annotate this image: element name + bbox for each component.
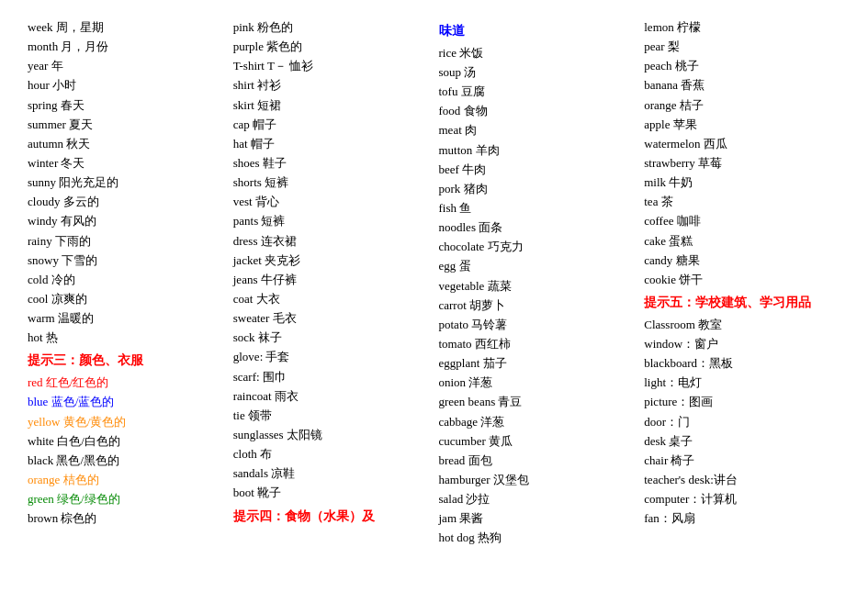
list-item: shoes 鞋子 <box>233 154 430 173</box>
list-item: meat 肉 <box>439 121 636 140</box>
list-item: hot 热 <box>28 329 224 347</box>
list-item: vest 背心 <box>233 193 430 211</box>
list-item: blue 蓝色/蓝色的 <box>28 393 224 411</box>
list-item: shirt 衬衫 <box>233 76 430 95</box>
list-item: coffee 咖啡 <box>644 212 840 230</box>
list-item: chocolate 巧克力 <box>439 238 636 256</box>
list-item: orange 桔色的 <box>28 471 224 489</box>
list-item: year 年 <box>28 57 224 75</box>
column-2: pink 粉色的purple 紫色的T-shirt T－ 恤衫shirt 衬衫s… <box>233 18 430 548</box>
list-item: pork 猪肉 <box>439 180 636 198</box>
list-item: 提示四：食物（水果）及 <box>233 508 430 527</box>
list-item: windy 有风的 <box>28 212 224 230</box>
list-item: cold 冷的 <box>28 271 224 289</box>
list-item: shorts 短裤 <box>233 173 430 192</box>
list-item: mutton 羊肉 <box>439 141 636 160</box>
list-item: brown 棕色的 <box>28 509 224 528</box>
list-item: carrot 胡萝卜 <box>439 296 636 315</box>
list-item: skirt 短裙 <box>233 96 430 115</box>
list-item: autumn 秋天 <box>28 135 224 153</box>
list-item: cookie 饼干 <box>644 271 840 289</box>
list-item: apple 苹果 <box>644 116 840 134</box>
column-4: lemon 柠檬pear 梨peach 桃子banana 香蕉orange 桔子… <box>644 18 840 548</box>
list-item: tea 茶 <box>644 193 840 211</box>
list-item: snowy 下雪的 <box>28 251 224 270</box>
list-item: noodles 面条 <box>439 218 636 237</box>
list-item: jam 果酱 <box>439 509 636 528</box>
list-item: soup 汤 <box>439 63 636 82</box>
list-item: rainy 下雨的 <box>28 232 224 251</box>
list-item: salad 沙拉 <box>439 490 636 508</box>
list-item: hour 小时 <box>28 76 224 95</box>
list-item: winter 冬天 <box>28 154 224 173</box>
list-item: computer：计算机 <box>644 490 840 508</box>
list-item: banana 香蕉 <box>644 76 840 95</box>
list-item: blackboard：黑板 <box>644 354 840 373</box>
list-item: sunny 阳光充足的 <box>28 173 224 192</box>
list-item: hamburger 汉堡包 <box>439 471 636 489</box>
list-item: picture：图画 <box>644 393 840 411</box>
list-item: bread 面包 <box>439 452 636 470</box>
list-item: rice 米饭 <box>439 44 636 62</box>
list-item: scarf: 围巾 <box>233 368 430 386</box>
column-1: week 周，星期month 月，月份year 年hour 小时spring 春… <box>28 18 224 548</box>
list-item: cabbage 洋葱 <box>439 413 636 431</box>
list-item: pink 粉色的 <box>233 18 430 37</box>
list-item: sunglasses 太阳镜 <box>233 426 430 444</box>
list-item: cake 蛋糕 <box>644 232 840 251</box>
list-item: cloudy 多云的 <box>28 193 224 211</box>
list-item: 提示五：学校建筑、学习用品 <box>644 294 840 313</box>
list-item: sock 袜子 <box>233 329 430 347</box>
list-item: lemon 柠檬 <box>644 18 840 37</box>
list-item: watermelon 西瓜 <box>644 135 840 153</box>
page-content: week 周，星期month 月，月份year 年hour 小时spring 春… <box>28 18 840 548</box>
list-item: potato 马铃薯 <box>439 316 636 334</box>
list-item: green beans 青豆 <box>439 393 636 411</box>
list-item: hot dog 热狗 <box>439 529 636 547</box>
list-item: summer 夏天 <box>28 116 224 134</box>
list-item: vegetable 蔬菜 <box>439 277 636 296</box>
list-item: door：门 <box>644 413 840 431</box>
list-item: Classroom 教室 <box>644 316 840 334</box>
list-item: egg 蛋 <box>439 257 636 275</box>
list-item: candy 糖果 <box>644 251 840 270</box>
list-item: teacher's desk:讲台 <box>644 471 840 489</box>
list-item: eggplant 茄子 <box>439 354 636 373</box>
list-item: hat 帽子 <box>233 135 430 153</box>
list-item: pants 短裤 <box>233 212 430 230</box>
list-item: cap 帽子 <box>233 116 430 134</box>
list-item: sandals 凉鞋 <box>233 464 430 483</box>
list-item: light：电灯 <box>644 374 840 392</box>
list-item: boot 靴子 <box>233 484 430 502</box>
list-item: cool 凉爽的 <box>28 290 224 308</box>
list-item: week 周，星期 <box>28 18 224 37</box>
list-item: 提示三：颜色、衣服 <box>28 352 224 371</box>
list-item: white 白色/白色的 <box>28 432 224 451</box>
list-item: T-shirt T－ 恤衫 <box>233 57 430 75</box>
list-item: month 月，月份 <box>28 38 224 56</box>
list-item: fan：风扇 <box>644 509 840 528</box>
list-item: chair 椅子 <box>644 452 840 470</box>
list-item: strawberry 草莓 <box>644 154 840 173</box>
list-item: black 黑色/黑色的 <box>28 452 224 470</box>
list-item: spring 春天 <box>28 96 224 115</box>
list-item: tie 领带 <box>233 407 430 425</box>
list-item: pear 梨 <box>644 38 840 56</box>
list-item: beef 牛肉 <box>439 161 636 179</box>
list-item: cloth 布 <box>233 445 430 463</box>
list-item: green 绿色/绿色的 <box>28 490 224 508</box>
list-item: milk 牛奶 <box>644 173 840 192</box>
list-item: coat 大衣 <box>233 290 430 308</box>
list-item: raincoat 雨衣 <box>233 387 430 406</box>
list-item: peach 桃子 <box>644 57 840 75</box>
list-item: warm 温暖的 <box>28 309 224 328</box>
column-3: 味道rice 米饭soup 汤tofu 豆腐food 食物meat 肉mutto… <box>439 18 636 548</box>
list-item: purple 紫色的 <box>233 38 430 56</box>
list-item: food 食物 <box>439 102 636 120</box>
list-item: tofu 豆腐 <box>439 83 636 101</box>
list-item: 味道 <box>439 22 636 41</box>
list-item: glove: 手套 <box>233 348 430 366</box>
list-item: dress 连衣裙 <box>233 232 430 251</box>
list-item: cucumber 黄瓜 <box>439 432 636 451</box>
list-item: fish 鱼 <box>439 199 636 218</box>
